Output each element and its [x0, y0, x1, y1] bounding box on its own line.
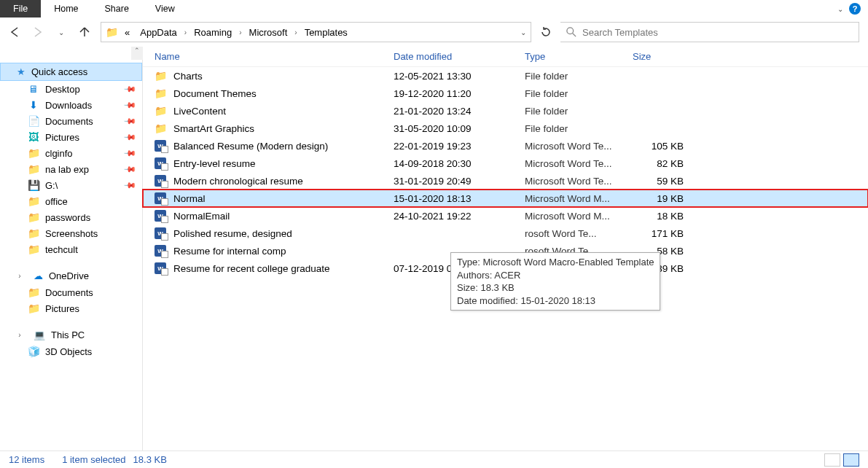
sidebar-item[interactable]: 📄Documents📌	[0, 113, 142, 129]
col-size[interactable]: Size	[633, 51, 698, 62]
recent-dropdown[interactable]: ⌄	[55, 26, 67, 38]
file-size: 19 KB	[633, 193, 698, 204]
file-size: 105 KB	[633, 141, 698, 152]
sidebar-item[interactable]: 📁Pictures	[0, 300, 142, 316]
pin-icon: 📌	[122, 178, 136, 192]
tooltip-type: Type: Microsoft Word Macro-Enabled Templ…	[457, 256, 654, 269]
folder-icon: 📁	[28, 243, 39, 255]
help-icon[interactable]: ?	[849, 3, 861, 15]
drive-icon: 💾	[28, 179, 39, 191]
sidebar-item-label: Pictures	[45, 303, 79, 314]
file-type: Microsoft Word M...	[525, 211, 633, 222]
breadcrumb-microsoft[interactable]: Microsoft	[246, 26, 291, 39]
file-list: Name Date modified Type Size 📁Charts12-0…	[143, 47, 868, 451]
col-type[interactable]: Type	[525, 51, 633, 62]
sidebar-item[interactable]: 📁techcult	[0, 241, 142, 257]
breadcrumb-templates[interactable]: Templates	[302, 26, 351, 39]
sidebar-item-label: 3D Objects	[45, 346, 92, 357]
col-name[interactable]: Name	[155, 51, 394, 62]
scroll-up-icon[interactable]: ⌃	[131, 47, 143, 60]
table-row[interactable]: WModern chronological resume31-01-2019 2…	[143, 172, 868, 190]
file-size: 171 KB	[633, 228, 698, 239]
address-bar[interactable]: 📁 « AppData › Roaming › Microsoft › Temp…	[101, 22, 531, 42]
sidebar-item[interactable]: 📁Documents	[0, 284, 142, 300]
sidebar-item-label: Downloads	[45, 100, 92, 111]
search-box[interactable]: Search Templates	[560, 22, 859, 42]
column-headers: Name Date modified Type Size	[143, 47, 868, 67]
word-icon: W	[155, 227, 166, 239]
back-button[interactable]	[9, 26, 20, 38]
file-date: 21-01-2020 13:24	[394, 106, 525, 117]
sidebar-thispc[interactable]: › 💻 This PC	[0, 327, 142, 343]
status-size: 18.3 KB	[133, 454, 167, 465]
file-type: File folder	[525, 106, 633, 117]
folder-icon: 📁	[28, 211, 39, 223]
sidebar-item-label: techcult	[45, 244, 78, 255]
folder-icon: 📁	[106, 26, 117, 38]
breadcrumb-appdata[interactable]: AppData	[137, 26, 180, 39]
sidebar-item[interactable]: 🖼Pictures📌	[0, 129, 142, 145]
word-icon: W	[155, 210, 166, 222]
chevron-right-icon[interactable]: ›	[16, 331, 23, 339]
folder-icon: 📁	[28, 163, 39, 175]
sidebar-onedrive-label: OneDrive	[49, 270, 89, 281]
table-row[interactable]: WNormal15-01-2020 18:13Microsoft Word M.…	[143, 190, 868, 207]
sidebar-item-label: na lab exp	[45, 164, 89, 175]
address-dropdown[interactable]: ⌄	[520, 28, 526, 36]
sidebar-item[interactable]: 💾G:\📌	[0, 177, 142, 193]
sidebar-onedrive[interactable]: › ☁ OneDrive	[0, 268, 142, 284]
status-count: 12 items	[9, 454, 44, 465]
document-icon: 📄	[28, 115, 39, 127]
pc-icon: 💻	[34, 329, 45, 340]
file-type: File folder	[525, 71, 633, 82]
sidebar-item[interactable]: ⬇Downloads📌	[0, 97, 142, 113]
word-icon: W	[155, 157, 166, 169]
sidebar-item[interactable]: 📁na lab exp📌	[0, 161, 142, 177]
file-name: SmartArt Graphics	[173, 123, 254, 134]
file-name: Resume for internal comp	[173, 246, 286, 257]
chevron-right-icon[interactable]: ›	[16, 272, 23, 280]
cloud-icon: ☁	[34, 270, 43, 281]
refresh-button[interactable]	[536, 22, 556, 42]
forward-button[interactable]	[32, 26, 44, 38]
sidebar-item[interactable]: 📁Screenshots	[0, 225, 142, 241]
sidebar-item-label: Desktop	[45, 84, 80, 95]
word-icon: W	[155, 175, 166, 187]
sidebar-item[interactable]: 🧊3D Objects	[0, 343, 142, 359]
tab-view[interactable]: View	[142, 0, 188, 17]
table-row[interactable]: WNormalEmail24-10-2021 19:22Microsoft Wo…	[143, 207, 868, 225]
sidebar-item[interactable]: 📁passwords	[0, 209, 142, 225]
ribbon-expand-icon[interactable]: ⌄	[837, 5, 843, 13]
table-row[interactable]: WPolished resume, designedrosoft Word Te…	[143, 225, 868, 242]
word-icon: W	[155, 192, 166, 204]
sidebar-item[interactable]: 📁office	[0, 193, 142, 209]
view-large-icons[interactable]	[824, 453, 840, 467]
col-date[interactable]: Date modified	[394, 51, 525, 62]
sidebar-quick-access[interactable]: ★ Quick access	[0, 63, 142, 81]
table-row[interactable]: WEntry-level resume14-09-2018 20:30Micro…	[143, 155, 868, 172]
pin-icon: 📌	[122, 130, 136, 144]
sidebar-item[interactable]: 📁clginfo📌	[0, 145, 142, 161]
sidebar-thispc-label: This PC	[51, 329, 85, 340]
table-row[interactable]: 📁Document Themes19-12-2020 11:20File fol…	[143, 85, 868, 102]
tab-home[interactable]: Home	[41, 0, 91, 17]
up-button[interactable]	[79, 26, 90, 38]
file-name: Charts	[173, 71, 203, 82]
chevron-right-icon: ›	[184, 28, 187, 36]
table-row[interactable]: 📁Charts12-05-2021 13:30File folder	[143, 67, 868, 85]
view-details[interactable]	[843, 453, 859, 467]
file-date: 31-01-2019 20:49	[394, 176, 525, 187]
breadcrumb-prefix[interactable]: «	[122, 26, 133, 39]
tab-share[interactable]: Share	[92, 0, 142, 17]
file-type: Microsoft Word Te...	[525, 141, 633, 152]
tab-file[interactable]: File	[0, 0, 41, 17]
sidebar-item-label: Pictures	[45, 132, 79, 143]
file-type: File folder	[525, 123, 633, 134]
breadcrumb-roaming[interactable]: Roaming	[191, 26, 235, 39]
table-row[interactable]: 📁SmartArt Graphics31-05-2020 10:09File f…	[143, 120, 868, 137]
table-row[interactable]: WBalanced Resume (Modern design)22-01-20…	[143, 137, 868, 155]
table-row[interactable]: 📁LiveContent21-01-2020 13:24File folder	[143, 102, 868, 120]
sidebar-item[interactable]: 🖥Desktop📌	[0, 81, 142, 97]
folder-icon: 📁	[155, 70, 166, 82]
status-bar: 12 items 1 item selected 18.3 KB	[0, 451, 868, 468]
